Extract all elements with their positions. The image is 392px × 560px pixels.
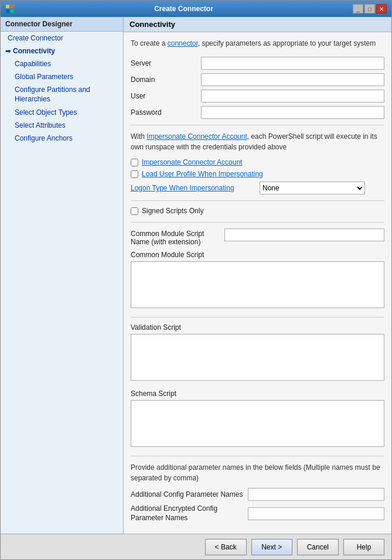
- signed-scripts-checkbox[interactable]: [131, 207, 138, 215]
- help-button[interactable]: Help: [343, 539, 384, 555]
- right-panel: Connectivity To create a connector, spec…: [124, 17, 391, 534]
- schema-script-textarea[interactable]: [131, 400, 384, 447]
- impersonate-checkbox-label[interactable]: Impersonate Connector Account: [142, 158, 242, 166]
- common-module-script-label: Common Module Script: [131, 251, 384, 259]
- password-label: Password: [131, 108, 201, 117]
- divider-3: [131, 222, 384, 223]
- additional-encrypted-input[interactable]: [248, 507, 384, 520]
- close-button[interactable]: ✕: [376, 4, 387, 13]
- load-profile-checkbox-label[interactable]: Load User Profile When Impersonating: [142, 170, 263, 178]
- load-profile-checkbox-row: Load User Profile When Impersonating: [131, 170, 384, 178]
- domain-row: Domain: [131, 73, 384, 86]
- additional-config-label: Additional Config Parameter Names: [131, 490, 248, 498]
- maximize-button[interactable]: □: [364, 4, 375, 13]
- additional-config-row: Additional Config Parameter Names: [131, 488, 384, 501]
- server-row: Server: [131, 57, 384, 70]
- impersonate-checkbox[interactable]: [131, 159, 138, 166]
- panel-body[interactable]: To create a connector, specify parameter…: [124, 32, 391, 534]
- additional-encrypted-label: Additional Encrypted Config Parameter Na…: [131, 504, 248, 523]
- schema-script-section: Schema Script: [131, 390, 384, 449]
- impersonate-link[interactable]: Impersonate Connector Account: [146, 132, 247, 141]
- impersonate-checkbox-row: Impersonate Connector Account: [131, 158, 384, 166]
- divider-1: [131, 125, 384, 125]
- common-module-script-textarea[interactable]: [131, 261, 384, 308]
- scrollable-content: To create a connector, specify parameter…: [124, 32, 391, 534]
- load-profile-checkbox[interactable]: [131, 170, 138, 178]
- server-input[interactable]: [201, 57, 384, 70]
- svg-rect-2: [6, 9, 9, 13]
- sidebar-item-select-object-types[interactable]: Select Object Types: [1, 106, 123, 119]
- window-title: Create Connector: [15, 5, 353, 13]
- user-input[interactable]: [201, 90, 384, 103]
- sidebar-item-create-connector[interactable]: Create Connector: [1, 32, 123, 45]
- panel-header: Connectivity: [124, 17, 391, 32]
- sidebar-item-configure-partitions[interactable]: Configure Partitions and Hierarchies: [1, 83, 123, 106]
- signed-scripts-label: Signed Scripts Only: [142, 207, 203, 215]
- connector-link[interactable]: connector: [168, 39, 198, 47]
- divider-5: [131, 456, 384, 456]
- additional-encrypted-row: Additional Encrypted Config Parameter Na…: [131, 504, 384, 523]
- svg-rect-1: [11, 5, 14, 8]
- validation-script-label: Validation Script: [131, 323, 384, 332]
- svg-rect-3: [11, 9, 14, 13]
- main-window: Create Connector _ □ ✕ Connector Designe…: [0, 0, 392, 560]
- common-module-name-label: Common Module Script Name (with extensio…: [131, 228, 224, 246]
- user-label: User: [131, 92, 201, 100]
- sidebar-header: Connector Designer: [1, 17, 123, 32]
- additional-config-input[interactable]: [248, 488, 384, 501]
- logon-type-label[interactable]: Logon Type When Impersonating: [131, 184, 260, 192]
- main-content: Connector Designer Create Connector Conn…: [1, 17, 391, 534]
- info-text: To create a connector, specify parameter…: [131, 38, 384, 49]
- password-row: Password: [131, 106, 384, 119]
- back-button[interactable]: < Back: [205, 539, 247, 555]
- svg-rect-0: [6, 5, 9, 8]
- server-label: Server: [131, 59, 201, 67]
- validation-script-section: Validation Script: [131, 323, 384, 383]
- user-row: User: [131, 90, 384, 103]
- sidebar-item-capabilities[interactable]: Capabilities: [1, 57, 123, 70]
- divider-2: [131, 200, 384, 201]
- next-button[interactable]: Next >: [251, 539, 292, 555]
- impersonate-text: With Impersonate Connector Account, each…: [131, 131, 384, 152]
- sidebar-item-connectivity[interactable]: Connectivity: [1, 45, 123, 57]
- cancel-button[interactable]: Cancel: [297, 539, 339, 555]
- common-module-name-row: Common Module Script Name (with extensio…: [131, 228, 384, 246]
- minimize-button[interactable]: _: [353, 4, 363, 13]
- common-module-script-section: Common Module Script: [131, 251, 384, 310]
- window-controls: _ □ ✕: [353, 4, 387, 13]
- additional-params-text: Provide additional parameter names in th…: [131, 462, 384, 483]
- sidebar: Connector Designer Create Connector Conn…: [1, 17, 124, 534]
- sidebar-item-configure-anchors[interactable]: Configure Anchors: [1, 132, 123, 145]
- logon-type-row: Logon Type When Impersonating None Inter…: [131, 182, 384, 194]
- common-module-name-input[interactable]: [224, 228, 384, 241]
- logon-type-select[interactable]: None Interactive Network Batch Service: [260, 182, 365, 194]
- validation-script-textarea[interactable]: [131, 334, 384, 381]
- domain-input[interactable]: [201, 73, 384, 86]
- signed-scripts-row: Signed Scripts Only: [131, 207, 384, 215]
- title-bar: Create Connector _ □ ✕: [1, 1, 391, 17]
- schema-script-label: Schema Script: [131, 390, 384, 398]
- app-icon: [5, 4, 15, 13]
- domain-label: Domain: [131, 76, 201, 84]
- divider-4: [131, 317, 384, 317]
- sidebar-item-select-attributes[interactable]: Select Attributes: [1, 119, 123, 132]
- bottom-bar: < Back Next > Cancel Help: [1, 534, 391, 559]
- sidebar-item-global-parameters[interactable]: Global Parameters: [1, 70, 123, 83]
- password-input[interactable]: [201, 106, 384, 119]
